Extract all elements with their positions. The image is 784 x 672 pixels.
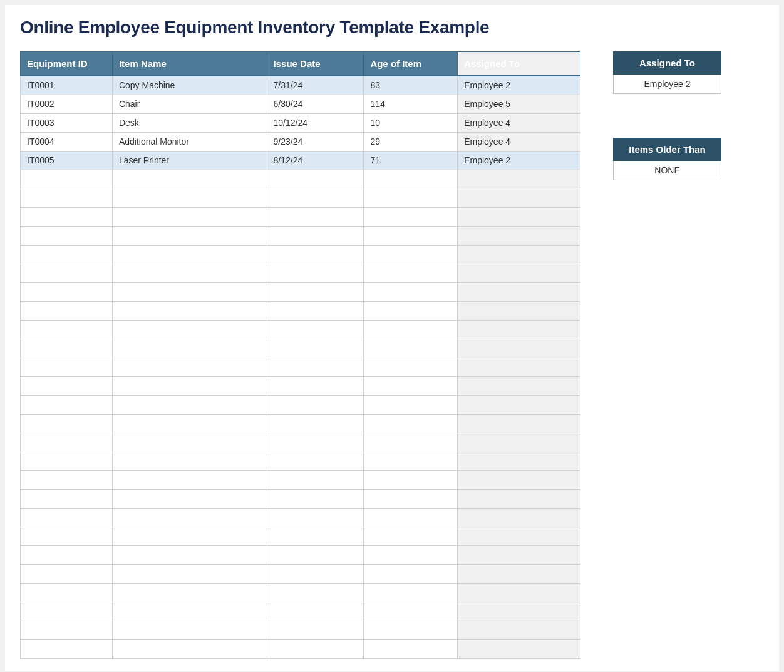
cell-empty[interactable] [267,320,364,339]
cell-empty[interactable] [364,489,458,508]
cell-assigned[interactable]: Employee 4 [458,132,580,151]
cell-empty[interactable] [364,527,458,545]
cell-empty[interactable] [364,621,458,639]
table-row-empty[interactable] [21,639,580,658]
table-row-empty[interactable] [21,621,580,639]
cell-empty[interactable] [458,470,580,489]
cell-empty[interactable] [364,639,458,658]
cell-empty[interactable] [458,264,580,282]
cell-empty[interactable] [267,433,364,452]
cell-empty[interactable] [267,245,364,264]
cell-age[interactable]: 114 [364,95,458,113]
cell-empty[interactable] [267,621,364,639]
cell-empty[interactable] [112,376,267,395]
cell-empty[interactable] [458,395,580,414]
cell-empty[interactable] [112,508,267,527]
cell-empty[interactable] [364,508,458,527]
cell-empty[interactable] [112,264,267,282]
cell-issue-date[interactable]: 10/12/24 [267,113,364,132]
table-row-empty[interactable] [21,339,580,358]
header-equipment-id[interactable]: Equipment ID [21,52,113,76]
table-row-empty[interactable] [21,508,580,527]
table-row-empty[interactable] [21,602,580,621]
cell-empty[interactable] [112,527,267,545]
cell-empty[interactable] [267,508,364,527]
cell-item-name[interactable]: Laser Printer [112,151,267,170]
cell-empty[interactable] [267,527,364,545]
cell-empty[interactable] [21,339,113,358]
cell-item-name[interactable]: Additional Monitor [112,132,267,151]
cell-empty[interactable] [364,564,458,583]
table-row-empty[interactable] [21,564,580,583]
cell-empty[interactable] [458,282,580,301]
cell-issue-date[interactable]: 6/30/24 [267,95,364,113]
cell-empty[interactable] [112,320,267,339]
cell-empty[interactable] [21,527,113,545]
cell-empty[interactable] [364,245,458,264]
cell-empty[interactable] [21,376,113,395]
cell-issue-date[interactable]: 7/31/24 [267,76,364,95]
cell-empty[interactable] [21,301,113,320]
cell-empty[interactable] [364,395,458,414]
cell-empty[interactable] [458,433,580,452]
cell-empty[interactable] [267,264,364,282]
cell-assigned[interactable]: Employee 5 [458,95,580,113]
cell-empty[interactable] [364,339,458,358]
cell-empty[interactable] [458,339,580,358]
cell-empty[interactable] [458,602,580,621]
table-row[interactable]: IT0005Laser Printer8/12/2471Employee 2 [21,151,580,170]
cell-empty[interactable] [267,602,364,621]
cell-assigned[interactable]: Employee 2 [458,151,580,170]
cell-empty[interactable] [267,282,364,301]
cell-empty[interactable] [21,264,113,282]
cell-empty[interactable] [364,207,458,226]
cell-empty[interactable] [267,170,364,189]
table-row-empty[interactable] [21,245,580,264]
cell-empty[interactable] [112,226,267,245]
cell-empty[interactable] [21,189,113,207]
cell-empty[interactable] [267,301,364,320]
cell-empty[interactable] [21,433,113,452]
cell-empty[interactable] [112,170,267,189]
table-row-empty[interactable] [21,207,580,226]
cell-empty[interactable] [21,226,113,245]
cell-empty[interactable] [364,282,458,301]
cell-empty[interactable] [21,358,113,376]
cell-empty[interactable] [458,583,580,602]
cell-empty[interactable] [364,376,458,395]
cell-empty[interactable] [112,583,267,602]
cell-empty[interactable] [112,245,267,264]
cell-empty[interactable] [21,583,113,602]
cell-empty[interactable] [267,339,364,358]
header-issue-date[interactable]: Issue Date [267,52,364,76]
cell-empty[interactable] [112,433,267,452]
cell-equipment-id[interactable]: IT0005 [21,151,113,170]
cell-empty[interactable] [112,564,267,583]
filter-assigned-to-value[interactable]: Employee 2 [614,75,721,94]
filter-items-older-than-value[interactable]: NONE [614,161,721,180]
cell-empty[interactable] [112,621,267,639]
cell-empty[interactable] [267,189,364,207]
cell-empty[interactable] [112,358,267,376]
cell-empty[interactable] [267,489,364,508]
table-row-empty[interactable] [21,489,580,508]
cell-empty[interactable] [21,207,113,226]
cell-age[interactable]: 83 [364,76,458,95]
cell-empty[interactable] [21,170,113,189]
table-row[interactable]: IT0002Chair6/30/24114Employee 5 [21,95,580,113]
table-row-empty[interactable] [21,376,580,395]
table-row-empty[interactable] [21,527,580,545]
cell-empty[interactable] [364,189,458,207]
header-assigned[interactable]: Assigned To [458,52,580,76]
cell-empty[interactable] [458,320,580,339]
table-row-empty[interactable] [21,452,580,470]
cell-empty[interactable] [267,395,364,414]
cell-empty[interactable] [267,414,364,433]
cell-age[interactable]: 29 [364,132,458,151]
table-row-empty[interactable] [21,358,580,376]
cell-equipment-id[interactable]: IT0001 [21,76,113,95]
cell-empty[interactable] [458,170,580,189]
cell-age[interactable]: 71 [364,151,458,170]
cell-empty[interactable] [458,245,580,264]
cell-empty[interactable] [267,583,364,602]
